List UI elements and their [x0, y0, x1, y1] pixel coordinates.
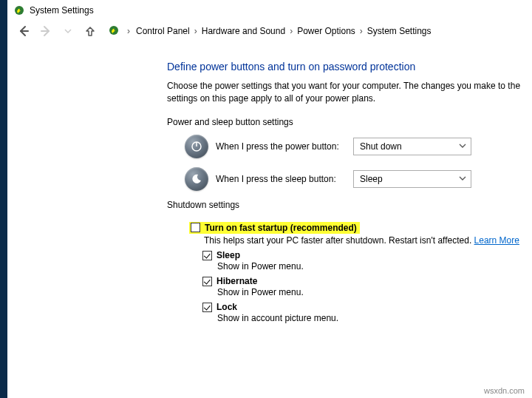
back-button[interactable] [13, 22, 34, 40]
chevron-right-icon: › [191, 26, 200, 36]
fast-startup-desc: This helps start your PC faster after sh… [204, 235, 474, 246]
fast-startup-checkbox[interactable] [191, 223, 200, 232]
breadcrumb-item[interactable]: Power Options [296, 26, 357, 36]
chevron-down-icon [459, 174, 466, 184]
breadcrumb-item[interactable]: System Settings [366, 26, 433, 36]
section-power-sleep: Power and sleep button settings [167, 117, 532, 127]
chevron-down-icon [459, 141, 466, 152]
chevron-right-icon: › [357, 26, 366, 36]
lock-option-label: Lock [216, 302, 237, 312]
page-title: Define power buttons and turn on passwor… [167, 61, 532, 72]
lock-checkbox[interactable] [202, 303, 212, 312]
hibernate-checkbox[interactable] [202, 277, 212, 286]
sleep-button-value: Sleep [360, 174, 383, 184]
recent-dropdown-icon[interactable] [58, 22, 78, 40]
power-button-value: Shut down [360, 141, 402, 152]
hibernate-option-desc: Show in Power menu. [217, 287, 532, 297]
breadcrumb-item[interactable]: Control Panel [134, 26, 191, 36]
hibernate-option-label: Hibernate [216, 276, 257, 286]
sleep-button-label: When I press the sleep button: [216, 174, 346, 184]
sleep-button-select[interactable]: Sleep [353, 170, 471, 188]
lock-option-desc: Show in account picture menu. [217, 313, 532, 323]
sleep-option-label: Sleep [216, 250, 240, 260]
forward-button[interactable] [35, 22, 56, 40]
watermark: wsxdn.com [484, 386, 525, 395]
up-button[interactable] [80, 22, 100, 40]
power-icon [185, 135, 208, 158]
breadcrumb[interactable]: Control Panel › Hardware and Sound › Pow… [134, 26, 433, 36]
page-description: Choose the power settings that you want … [167, 80, 532, 105]
chevron-right-icon: › [287, 26, 296, 36]
window-title: System Settings [30, 5, 94, 16]
power-button-label: When I press the power button: [216, 141, 346, 152]
power-options-icon [13, 4, 25, 16]
breadcrumb-root-icon [108, 24, 120, 38]
learn-more-link[interactable]: Learn More [474, 235, 519, 246]
sleep-icon [185, 167, 208, 191]
sleep-option-desc: Show in Power menu. [217, 261, 532, 271]
sleep-checkbox[interactable] [202, 251, 212, 260]
fast-startup-label: Turn on fast startup (recommended) [205, 223, 357, 233]
breadcrumb-item[interactable]: Hardware and Sound [200, 26, 287, 36]
power-button-select[interactable]: Shut down [353, 138, 471, 155]
section-shutdown: Shutdown settings [167, 200, 532, 210]
chevron-right-icon: › [124, 26, 133, 36]
